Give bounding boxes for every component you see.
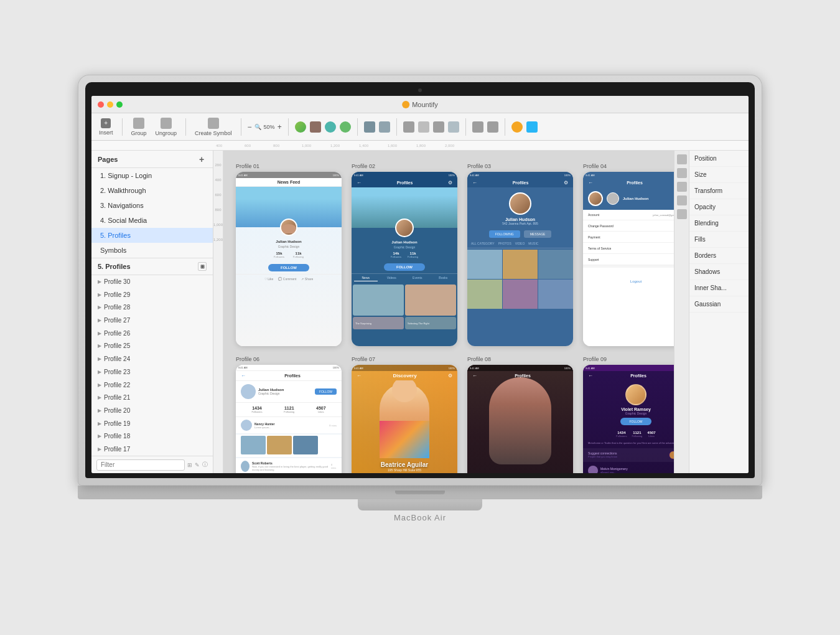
sidebar-item-walkthrough[interactable]: 2. Walkthrough (91, 183, 213, 198)
filter-edit-icon[interactable]: ✎ (195, 462, 200, 468)
sidebar-item-social-media[interactable]: 4. Social Media (91, 213, 213, 228)
artboard-profile-01: Profile 01 9:41 AM 100% News Feed (236, 163, 342, 346)
list-item[interactable]: ▶Profile 27 (91, 314, 213, 327)
prop-gaussian[interactable]: Gaussian (689, 296, 749, 313)
prop-position[interactable]: Position (689, 151, 749, 167)
tool-icon-12[interactable] (487, 121, 498, 133)
artboard-profile-02: Profile 02 9:41 AM 100% (352, 163, 457, 346)
sidebar-item-profiles[interactable]: 5. Profiles (91, 228, 213, 243)
artboards-grid: Profile 01 9:41 AM 100% News Feed (223, 151, 674, 473)
artboard-frame[interactable]: 9:41 AM 100% ← Profiles (583, 365, 674, 473)
tool-icon-5[interactable] (364, 121, 375, 133)
zoom-control[interactable]: − 🔍 50% + (248, 123, 282, 131)
artboard-label: Profile 03 (467, 163, 573, 169)
tool-icon-4[interactable] (340, 121, 351, 133)
filter-info-icon[interactable]: ⓘ (202, 461, 208, 469)
artboard-frame[interactable]: 9:41 AM 100% ← Profiles ⚙ (467, 172, 573, 346)
layers-section-header: 5. Profiles ⊞ (91, 258, 213, 275)
macbook-bottom (78, 486, 762, 499)
filter-icon[interactable]: ⊞ (187, 462, 192, 468)
artboard-label: Profile 01 (236, 163, 342, 169)
panel-icon-4[interactable] (677, 195, 687, 205)
traffic-lights (98, 101, 123, 108)
list-item[interactable]: ▶Profile 22 (91, 379, 213, 392)
tool-icon-1[interactable] (295, 121, 306, 133)
layers-options-button[interactable]: ⊞ (198, 262, 207, 271)
filter-input[interactable] (96, 459, 185, 471)
panel-icon-5[interactable] (677, 209, 687, 219)
list-item[interactable]: ▶Profile 24 (91, 352, 213, 365)
tool-icon-6[interactable] (379, 121, 390, 133)
toolbar-separator-2 (185, 118, 186, 136)
tool-icon-3[interactable] (325, 121, 336, 133)
list-item[interactable]: ▶Profile 26 (91, 327, 213, 340)
tool-icon-10[interactable] (448, 121, 459, 133)
tool-icon-2[interactable] (310, 121, 321, 133)
phone-screen-09: 9:41 AM 100% ← Profiles (583, 365, 674, 473)
ruler-mark: 600 (245, 144, 273, 148)
list-item[interactable]: ▶Profile 23 (91, 365, 213, 379)
prop-shadows[interactable]: Shadows (689, 264, 749, 280)
artboard-frame[interactable]: 9:41 AM 100% ← Profiles (467, 365, 573, 473)
prop-opacity[interactable]: Opacity (689, 199, 749, 215)
mirror-icon[interactable] (511, 121, 523, 133)
phone-screen-03: 9:41 AM 100% ← Profiles ⚙ (467, 172, 573, 346)
artboard-frame[interactable]: 9:41 AM 100% ← Profiles Edit (583, 172, 674, 346)
ungroup-button[interactable]: Ungroup (153, 116, 180, 138)
panel-icon-3[interactable] (677, 182, 687, 192)
sidebar-item-navigations[interactable]: 3. Navigations (91, 198, 213, 213)
maximize-button[interactable] (116, 101, 123, 108)
list-item[interactable]: ▶Profile 19 (91, 417, 213, 430)
prop-inner-shadows[interactable]: Inner Sha... (689, 280, 749, 296)
toolbar-separator-6 (396, 118, 397, 136)
sidebar-item-symbols[interactable]: Symbols (91, 243, 213, 258)
macbook-stand (358, 499, 482, 510)
artboard-profile-09: Profile 09 9:41 AM 100% (583, 356, 674, 473)
canvas-area[interactable]: 200 400 600 800 1,000 1,200 (213, 151, 674, 473)
list-item[interactable]: ▶Profile 21 (91, 391, 213, 404)
artboard-frame[interactable]: 9:41 AM 100% ← Discovery ⚙ (352, 365, 457, 473)
create-symbol-button[interactable]: Create Symbol (192, 116, 235, 138)
ruler-mark: 1,400 (359, 144, 388, 148)
prop-blending[interactable]: Blending (689, 215, 749, 232)
prop-transform[interactable]: Transform (689, 183, 749, 199)
ruler-mark: 400 (216, 144, 245, 148)
screen: Mountify + Insert Group (91, 96, 749, 473)
ruler-mark: 1,800 (416, 144, 445, 148)
toolbar-separator (122, 118, 123, 136)
cloud-icon[interactable] (526, 121, 538, 133)
prop-fills[interactable]: Fills (689, 232, 749, 248)
toolbar-separator-7 (465, 118, 466, 136)
panel-icon-2[interactable] (677, 168, 687, 178)
list-item[interactable]: ▶Profile 30 (91, 275, 213, 288)
group-button[interactable]: Group (129, 116, 149, 138)
list-item[interactable]: ▶Profile 18 (91, 430, 213, 443)
tool-icon-7[interactable] (403, 121, 414, 133)
list-item[interactable]: ▶Profile 17 (91, 443, 213, 456)
tool-icon-11[interactable] (472, 121, 483, 133)
close-button[interactable] (98, 101, 104, 108)
prop-size[interactable]: Size (689, 167, 749, 183)
list-item[interactable]: ▶Profile 28 (91, 301, 213, 314)
tool-icon-9[interactable] (433, 121, 444, 133)
phone-screen-01: 9:41 AM 100% News Feed (236, 172, 342, 346)
list-item[interactable]: ▶Profile 20 (91, 404, 213, 417)
artboard-frame[interactable]: 9:41 AM 100% News Feed (236, 172, 342, 346)
left-sidebar: Pages + 1. Signup - Login 2. Walkthrough… (91, 151, 213, 473)
artboard-profile-07: Profile 07 9:41 A (352, 356, 457, 473)
sidebar-item-signup-login[interactable]: 1. Signup - Login (91, 168, 213, 183)
tool-icon-8[interactable] (418, 121, 429, 133)
phone-screen-04: 9:41 AM 100% ← Profiles Edit (583, 172, 674, 346)
add-page-button[interactable]: + (197, 154, 207, 164)
list-item[interactable]: ▶Profile 29 (91, 288, 213, 301)
insert-button[interactable]: + Insert (96, 117, 116, 137)
artboard-label: Profile 06 (236, 356, 342, 362)
list-item[interactable]: ▶Profile 25 (91, 340, 213, 353)
artboard-frame[interactable]: 9:41 AM 100% ← Profiles ⚙ (352, 172, 457, 346)
minimize-button[interactable] (107, 101, 113, 108)
artboard-frame[interactable]: 9:41 AM 100% ← Profiles (236, 365, 342, 473)
artboard-profile-04: Profile 04 9:41 AM 100% (583, 163, 674, 346)
panel-icon-1[interactable] (677, 154, 687, 164)
prop-borders[interactable]: Borders (689, 248, 749, 264)
toolbar: + Insert Group Ungroup Cr (91, 113, 749, 141)
